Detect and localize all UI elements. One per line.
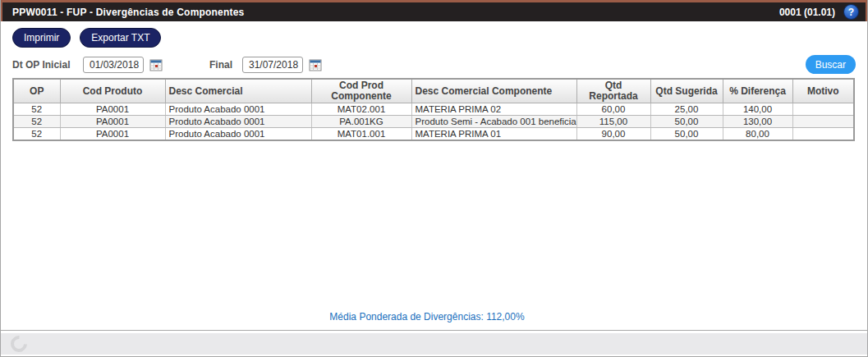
content-area: Imprimir Exportar TXT Dt OP Inicial Fina… bbox=[1, 21, 867, 330]
cell-op: 52 bbox=[13, 128, 60, 140]
weighted-average-summary: Média Ponderada de Divergências: 112,00% bbox=[1, 311, 853, 323]
table-row[interactable]: 52PA0001Produto Acabado 0001PA.001KGProd… bbox=[13, 116, 854, 128]
branch-version-label: 0001 (01.01) bbox=[779, 7, 835, 18]
cell-cod-produto: PA0001 bbox=[60, 128, 165, 140]
table-row[interactable]: 52PA0001Produto Acabado 0001MAT02.001MAT… bbox=[13, 103, 854, 116]
toolbar: Imprimir Exportar TXT bbox=[1, 21, 867, 48]
cell-cod-produto: PA0001 bbox=[60, 103, 165, 116]
cell-qtd-reportada: 60,00 bbox=[576, 103, 650, 116]
divergences-table: OPCod ProdutoDesc ComercialCod Prod Comp… bbox=[12, 78, 855, 141]
cell-cod-prod-componente: MAT01.001 bbox=[311, 128, 411, 140]
filter-row: Dt OP Inicial Final bbox=[1, 48, 867, 74]
cell-qtd-sugerida: 50,00 bbox=[650, 116, 723, 128]
start-date-input[interactable] bbox=[83, 57, 144, 73]
column-header-desc-comercial-componente[interactable]: Desc Comercial Componente bbox=[411, 79, 576, 103]
status-bar bbox=[1, 333, 867, 355]
results-grid-wrapper: OPCod ProdutoDesc ComercialCod Prod Comp… bbox=[12, 78, 867, 141]
cell-desc-comercial: Produto Acabado 0001 bbox=[165, 128, 311, 140]
cell-cod-prod-componente: MAT02.001 bbox=[311, 103, 411, 116]
cell-op: 52 bbox=[13, 116, 60, 128]
cell-op: 52 bbox=[13, 103, 60, 116]
cell-diferen-a: 140,00 bbox=[723, 103, 792, 116]
search-button[interactable]: Buscar bbox=[806, 55, 856, 74]
end-date-label: Final bbox=[209, 59, 242, 71]
column-header-op[interactable]: OP bbox=[13, 79, 60, 103]
calendar-icon[interactable] bbox=[149, 58, 163, 71]
cell-qtd-sugerida: 25,00 bbox=[650, 103, 723, 116]
column-header-cod-prod-componente[interactable]: Cod Prod Componente bbox=[311, 79, 411, 103]
cell-desc-comercial-componente: Produto Semi - Acabado 001 beneficiado bbox=[411, 116, 576, 128]
title-bar: PPW0011 - FUP - Divergências de Componen… bbox=[1, 0, 867, 21]
cell-diferen-a: 80,00 bbox=[723, 128, 792, 140]
app-window: PPW0011 - FUP - Divergências de Componen… bbox=[0, 0, 868, 357]
table-header: OPCod ProdutoDesc ComercialCod Prod Comp… bbox=[13, 79, 854, 103]
cell-desc-comercial: Produto Acabado 0001 bbox=[165, 103, 311, 116]
cell-qtd-reportada: 115,00 bbox=[576, 116, 650, 128]
cell-desc-comercial-componente: MATERIA PRIMA 01 bbox=[411, 128, 576, 140]
column-header-diferen-a[interactable]: % Diferença bbox=[723, 79, 792, 103]
cell-diferen-a: 130,00 bbox=[723, 116, 792, 128]
column-header-motivo[interactable]: Motivo bbox=[792, 79, 854, 103]
page-title: PPW0011 - FUP - Divergências de Componen… bbox=[12, 7, 244, 18]
column-header-qtd-reportada[interactable]: Qtd Reportada bbox=[576, 79, 650, 103]
cell-qtd-reportada: 90,00 bbox=[576, 128, 650, 140]
column-header-cod-produto[interactable]: Cod Produto bbox=[60, 79, 165, 103]
cell-desc-comercial-componente: MATERIA PRIMA 02 bbox=[411, 103, 576, 116]
cell-qtd-sugerida: 50,00 bbox=[650, 128, 723, 140]
print-button[interactable]: Imprimir bbox=[12, 28, 71, 48]
cell-cod-prod-componente: PA.001KG bbox=[311, 116, 411, 128]
cell-desc-comercial: Produto Acabado 0001 bbox=[165, 116, 311, 128]
cell-cod-produto: PA0001 bbox=[60, 116, 165, 128]
start-date-label: Dt OP Inicial bbox=[12, 59, 83, 71]
table-body: 52PA0001Produto Acabado 0001MAT02.001MAT… bbox=[13, 103, 854, 140]
end-date-input[interactable] bbox=[242, 57, 303, 73]
export-txt-button[interactable]: Exportar TXT bbox=[80, 28, 161, 48]
cell-motivo bbox=[792, 103, 854, 116]
bottom-gap bbox=[1, 355, 867, 356]
loading-spinner-icon bbox=[7, 332, 30, 355]
column-header-desc-comercial[interactable]: Desc Comercial bbox=[165, 79, 311, 103]
calendar-icon[interactable] bbox=[309, 58, 322, 71]
column-header-qtd-sugerida[interactable]: Qtd Sugerida bbox=[650, 79, 723, 103]
table-row[interactable]: 52PA0001Produto Acabado 0001MAT01.001MAT… bbox=[13, 128, 854, 140]
cell-motivo bbox=[792, 116, 854, 128]
help-icon[interactable]: ? bbox=[843, 4, 859, 20]
cell-motivo bbox=[792, 128, 854, 140]
